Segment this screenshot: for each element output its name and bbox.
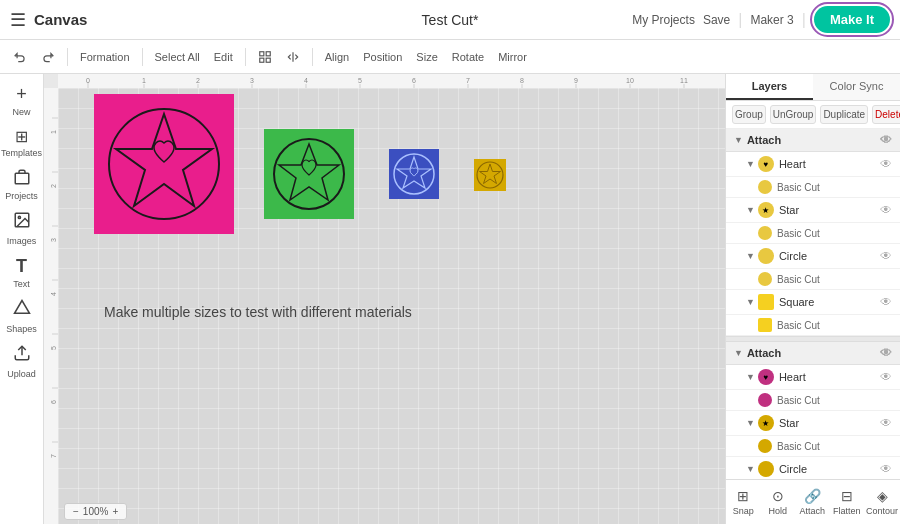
heart2-basiccut-item[interactable]: Basic Cut [726,390,900,411]
svg-text:5: 5 [358,77,362,84]
star2-eye[interactable]: 👁 [880,416,892,430]
topbar-divider: | [738,11,742,29]
heart2-layer-item[interactable]: ▼ ♥ Heart 👁 [726,365,900,390]
star-arrow[interactable]: ▼ [746,205,755,215]
save-button[interactable]: Save [703,13,730,27]
undo-button[interactable] [8,48,32,66]
tab-layers[interactable]: Layers [726,74,813,100]
svg-text:8: 8 [520,77,524,84]
panel-tabs: Layers Color Sync [726,74,900,101]
square-arrow[interactable]: ▼ [746,297,755,307]
hold-icon: ⊙ [772,488,784,504]
svg-text:7: 7 [466,77,470,84]
heart2-label: Heart [779,371,880,383]
contour-icon: ◈ [877,488,888,504]
canvas-object-blue[interactable] [389,149,439,199]
circle1-layer-item[interactable]: ▼ Circle 👁 [726,244,900,269]
circle2-layer-item[interactable]: ▼ Circle 👁 [726,457,900,479]
sidebar-item-images[interactable]: Images [0,207,43,250]
menu-icon[interactable]: ☰ [10,9,26,31]
circle1-arrow[interactable]: ▼ [746,251,755,261]
attach-group-1-eye[interactable]: 👁 [880,133,892,147]
svg-text:6: 6 [50,400,57,404]
sidebar-item-shapes[interactable]: Shapes [0,295,43,338]
shapes-icon [13,299,31,322]
toolbar-sep2 [142,48,143,66]
delete-button[interactable]: Delete [872,105,900,124]
star2-arrow[interactable]: ▼ [746,418,755,428]
canvas-area[interactable]: 0 1 2 3 4 5 6 7 8 9 10 [44,74,725,524]
star-basiccut-item[interactable]: Basic Cut [726,223,900,244]
svg-text:1: 1 [142,77,146,84]
attach-group-1-toggle[interactable]: ▼ [734,135,743,145]
heart-eye[interactable]: 👁 [880,157,892,171]
heart2-eye[interactable]: 👁 [880,370,892,384]
contour-button[interactable]: ◈ Contour [864,484,900,520]
my-projects-link[interactable]: My Projects [632,13,695,27]
sidebar-item-label-templates: Templates [1,148,42,158]
star2-layer-item[interactable]: ▼ ★ Star 👁 [726,411,900,436]
position-label[interactable]: Position [358,49,407,65]
circle2-eye[interactable]: 👁 [880,462,892,476]
square-eye[interactable]: 👁 [880,295,892,309]
make-it-button[interactable]: Make It [814,6,890,33]
svg-marker-59 [397,157,431,188]
svg-text:4: 4 [304,77,308,84]
canvas-object-magenta[interactable] [94,94,234,234]
sidebar-item-projects[interactable]: Projects [0,164,43,205]
sidebar-item-upload[interactable]: Upload [0,340,43,383]
instruction-label: Make multiple sizes to test with differe… [104,304,412,320]
circle2-arrow[interactable]: ▼ [746,464,755,474]
canvas-object-green[interactable] [264,129,354,219]
select-all-button[interactable]: Select All [150,49,205,65]
square-basiccut-item[interactable]: Basic Cut [726,315,900,336]
svg-text:4: 4 [50,292,57,296]
snap-button[interactable]: ⊞ Snap [726,484,761,520]
heart2-arrow[interactable]: ▼ [746,372,755,382]
attach-group-2-eye[interactable]: 👁 [880,346,892,360]
sidebar-item-label-text: Text [13,279,30,289]
circle2-icon [758,461,774,477]
circle1-basiccut-item[interactable]: Basic Cut [726,269,900,290]
attach-group-2-toggle[interactable]: ▼ [734,348,743,358]
maker-label: Maker 3 [750,13,793,27]
attach-button[interactable]: 🔗 Attach [795,484,830,520]
topbar-right: My Projects Save | Maker 3 | Make It [632,6,890,33]
formation-button[interactable]: Formation [75,49,135,65]
layers-actions-row: Group UnGroup Duplicate Delete [726,101,900,129]
main-layout: + New ⊞ Templates Projects Images T Text [0,74,900,524]
redo-button[interactable] [36,48,60,66]
zoom-in-button[interactable]: + [112,506,118,517]
align-label[interactable]: Align [320,49,354,65]
attach-group-2-header[interactable]: ▼ Attach 👁 [726,342,900,365]
circle1-eye[interactable]: 👁 [880,249,892,263]
star2-basiccut-item[interactable]: Basic Cut [726,436,900,457]
size-label[interactable]: Size [411,49,442,65]
flatten-button[interactable]: ⊟ Flatten [830,484,865,520]
sidebar-item-new[interactable]: + New [0,80,43,121]
tab-color-sync[interactable]: Color Sync [813,74,900,100]
square-layer-item[interactable]: ▼ Square 👁 [726,290,900,315]
star-layer-item[interactable]: ▼ ★ Star 👁 [726,198,900,223]
zoom-out-button[interactable]: − [73,506,79,517]
edit-button[interactable]: Edit [209,49,238,65]
ungroup-button[interactable]: UnGroup [770,105,817,124]
duplicate-button[interactable]: Duplicate [820,105,868,124]
group-button[interactable]: Group [732,105,766,124]
rotate-label[interactable]: Rotate [447,49,489,65]
heart-layer-item[interactable]: ▼ ♥ Heart 👁 [726,152,900,177]
heart2-icon: ♥ [758,369,774,385]
attach-label: Attach [799,506,825,516]
sidebar-item-text[interactable]: T Text [0,252,43,293]
heart-arrow[interactable]: ▼ [746,159,755,169]
sidebar-item-templates[interactable]: ⊞ Templates [0,123,43,162]
new-icon: + [16,84,27,105]
attach-group-1-header[interactable]: ▼ Attach 👁 [726,129,900,152]
toolbar-icons [253,48,277,66]
flip-button[interactable] [281,48,305,66]
hold-button[interactable]: ⊙ Hold [761,484,796,520]
star-eye[interactable]: 👁 [880,203,892,217]
mirror-label[interactable]: Mirror [493,49,532,65]
canvas-object-gold[interactable] [474,159,506,191]
heart-basiccut-item[interactable]: Basic Cut [726,177,900,198]
